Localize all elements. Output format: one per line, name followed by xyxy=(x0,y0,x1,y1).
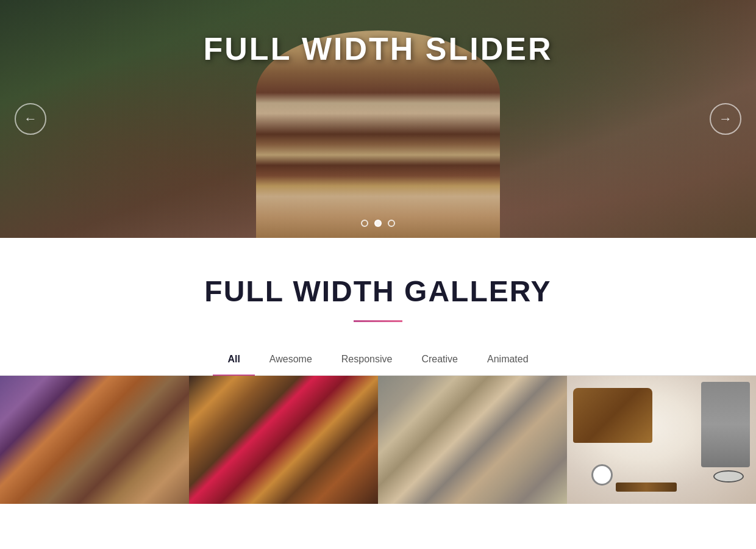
gallery-item-4[interactable] xyxy=(567,376,756,504)
slider-dots xyxy=(361,220,395,227)
slider-dot-2[interactable] xyxy=(374,220,382,227)
gallery-item-3[interactable] xyxy=(378,376,567,504)
gallery-divider xyxy=(354,320,402,322)
slider-title: FULL WIDTH SLIDER xyxy=(204,30,553,67)
gallery-item-4-glasses xyxy=(713,470,744,483)
chevron-left-icon: ← xyxy=(24,111,37,127)
slider-dot-1[interactable] xyxy=(361,220,368,227)
filter-all[interactable]: All xyxy=(213,346,254,376)
gallery-item-2[interactable] xyxy=(189,376,378,504)
chevron-right-icon: → xyxy=(719,111,732,127)
hero-slider: FULL WIDTH SLIDER ← → xyxy=(0,0,756,238)
gallery-item-4-boots xyxy=(573,388,652,443)
slider-prev-button[interactable]: ← xyxy=(15,103,46,135)
gallery-section: FULL WIDTH GALLERY All Awesome Responsiv… xyxy=(0,238,756,504)
gallery-filter-nav: All Awesome Responsive Creative Animated xyxy=(0,346,756,376)
gallery-grid xyxy=(0,376,756,504)
gallery-item-1[interactable] xyxy=(0,376,189,504)
gallery-item-4-watch xyxy=(591,464,613,486)
filter-animated[interactable]: Animated xyxy=(472,346,543,376)
filter-responsive[interactable]: Responsive xyxy=(327,346,407,376)
slider-next-button[interactable]: → xyxy=(710,103,741,135)
slider-dot-3[interactable] xyxy=(388,220,395,227)
filter-awesome[interactable]: Awesome xyxy=(255,346,327,376)
gallery-item-4-belt xyxy=(616,483,677,492)
gallery-title: FULL WIDTH GALLERY xyxy=(0,274,756,308)
filter-creative[interactable]: Creative xyxy=(407,346,472,376)
gallery-item-4-pants xyxy=(701,382,750,467)
